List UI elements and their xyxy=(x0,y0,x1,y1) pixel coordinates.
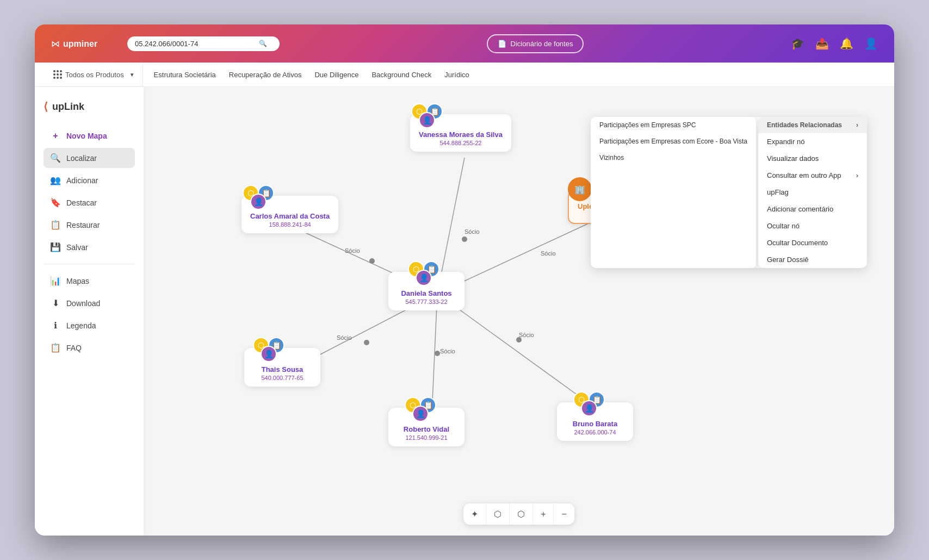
context-ocultar-no[interactable]: Ocultar nó xyxy=(758,217,867,234)
submenu-item-spc[interactable]: Participações em Empresas SPC xyxy=(591,117,756,133)
context-ocultar-doc[interactable]: Ocultar Documento xyxy=(758,234,867,251)
svg-text:Sócio: Sócio xyxy=(345,247,360,254)
carlos-doc: 158.888.241-84 xyxy=(250,221,330,228)
svg-text:upminer: upminer xyxy=(63,39,97,48)
svg-text:Sócio: Sócio xyxy=(464,228,480,235)
all-products-label: Todos os Produtos xyxy=(65,71,124,79)
context-visualizar[interactable]: Visualizar dados xyxy=(758,150,867,167)
bottom-toolbar: ✦ ⬡ ⬡ + − xyxy=(463,503,574,525)
nav-due-diligence[interactable]: Due Diligence xyxy=(314,71,358,79)
context-expandir[interactable]: Expandir nó xyxy=(758,133,867,150)
graduation-icon[interactable]: 🎓 xyxy=(791,37,804,50)
user-icon[interactable]: 👤 xyxy=(864,37,878,50)
search-input[interactable] xyxy=(135,40,255,48)
icon-person-carlos: 👤 xyxy=(250,194,267,210)
sidebar-item-adicionar[interactable]: 👥 Adicionar xyxy=(44,170,135,190)
svg-text:⋈: ⋈ xyxy=(51,39,60,48)
node-bruno[interactable]: ⬡ 📋 👤 Bruno Barata 242.066.000-74 xyxy=(557,402,633,441)
svg-point-12 xyxy=(364,340,369,345)
sidebar-item-restaurar[interactable]: 📋 Restaurar xyxy=(44,215,135,235)
roberto-name: Roberto Vidal xyxy=(397,425,456,433)
main-content: ⟨ upLink + Novo Mapa 🔍 Localizar 👥 Adici… xyxy=(35,87,894,536)
toolbar-btn-zoom-in[interactable]: + xyxy=(533,504,554,525)
sidebar-item-legenda[interactable]: ℹ Legenda xyxy=(44,315,135,335)
sidebar-item-novo-mapa[interactable]: + Novo Mapa xyxy=(44,126,135,146)
restore-icon: 📋 xyxy=(50,220,61,230)
node-vanessa[interactable]: ⬡ 📋 👤 Vanessa Moraes da Silva 544.888.25… xyxy=(410,114,511,152)
toolbar-btn-zoom-out[interactable]: − xyxy=(554,504,574,525)
bruno-name: Bruno Barata xyxy=(566,420,624,428)
nav-background[interactable]: Background Check xyxy=(371,71,431,79)
grid-icon xyxy=(53,70,62,79)
context-consultar[interactable]: Consultar em outro App › xyxy=(758,167,867,184)
context-submenu: Participações em Empresas SPC Participaç… xyxy=(591,117,756,268)
svg-point-10 xyxy=(369,258,375,264)
save-icon: 💾 xyxy=(50,242,61,252)
dicionario-button[interactable]: 📄 Dicionário de fontes xyxy=(487,34,584,53)
sidebar-item-destacar[interactable]: 🔖 Destacar xyxy=(44,192,135,213)
submenu-item-vizinhos[interactable]: Vizinhos xyxy=(591,150,756,166)
sidebar-logo-text: upLink xyxy=(52,101,84,113)
nav-bar: Todos os Produtos ▼ Estrutura Societária… xyxy=(35,63,894,87)
submenu-item-ecore[interactable]: Participações em Empresas com Ecore - Bo… xyxy=(591,133,756,150)
nav-recuperacao[interactable]: Recuperação de Ativos xyxy=(229,71,302,79)
svg-text:Sócio: Sócio xyxy=(541,250,556,257)
dicionario-icon: 📄 xyxy=(498,40,506,48)
context-menu-header: Entidades Relacionadas › xyxy=(758,117,867,133)
legend-icon: ℹ xyxy=(50,320,61,331)
browser-window: upminer ⋈ 🔍 📄 Dicionário de fontes 🎓 📤 🔔… xyxy=(35,24,894,536)
svg-text:Sócio: Sócio xyxy=(440,348,455,354)
vanessa-name-label: Vanessa Moraes da Silva 544.888.255-22 xyxy=(419,130,503,146)
icon-person-daniela: 👤 xyxy=(416,270,432,286)
upload-icon[interactable]: 📤 xyxy=(815,37,829,50)
novo-mapa-label: Novo Mapa xyxy=(66,132,107,140)
sidebar-item-mapas[interactable]: 📊 Mapas xyxy=(44,271,135,291)
toolbar-btn-layout2[interactable]: ⬡ xyxy=(510,503,533,525)
daniela-name: Daniela Santos xyxy=(397,289,456,297)
context-gerar-dossie[interactable]: Gerar Dossiê xyxy=(758,251,867,268)
search-bar[interactable]: 🔍 xyxy=(127,36,280,51)
icon-person-vanessa: 👤 xyxy=(419,112,435,128)
download-icon: ⬇ xyxy=(50,298,61,308)
nav-links: Estrutura Societária Recuperação de Ativ… xyxy=(143,71,469,79)
sidebar-item-localizar[interactable]: 🔍 Localizar xyxy=(44,148,135,168)
dicionario-label: Dicionário de fontes xyxy=(511,40,573,48)
sidebar-item-download[interactable]: ⬇ Download xyxy=(44,293,135,313)
destacar-label: Destacar xyxy=(66,198,97,207)
download-label: Download xyxy=(66,299,100,308)
highlight-icon: 🔖 xyxy=(50,197,61,208)
context-comentario[interactable]: Adicionar comentário xyxy=(758,201,867,217)
icon-person-bruno: 👤 xyxy=(581,400,597,416)
uplexis-icon: 🏢 xyxy=(568,177,592,201)
bell-icon[interactable]: 🔔 xyxy=(840,37,853,50)
node-thais[interactable]: ⬡ 📋 👤 Thais Sousa 540.000.777-65 xyxy=(244,348,320,387)
uplink-logo-icon: ⟨ xyxy=(44,100,48,113)
plus-icon: + xyxy=(50,131,61,141)
add-users-icon: 👥 xyxy=(50,175,61,185)
node-roberto[interactable]: ⬡ 📋 👤 Roberto Vidal 121.540.999-21 xyxy=(388,408,464,446)
context-consultar-label: Consultar em outro App xyxy=(767,171,841,179)
top-bar: upminer ⋈ 🔍 📄 Dicionário de fontes 🎓 📤 🔔… xyxy=(35,24,894,63)
bruno-doc: 242.066.000-74 xyxy=(566,429,624,435)
icon-person-thais: 👤 xyxy=(261,346,277,362)
graph-area: Sócio Sócio Sócio Sócio Sócio Sócio ⬡ 📋 … xyxy=(144,87,894,536)
nav-estrutura[interactable]: Estrutura Societária xyxy=(154,71,216,79)
node-carlos[interactable]: ⬡ 📋 👤 Carlos Amaral da Costa 158.888.241… xyxy=(241,196,338,233)
search-icon: 🔍 xyxy=(259,40,267,47)
context-upflag[interactable]: upFlag xyxy=(758,184,867,201)
carlos-name: Carlos Amaral da Costa xyxy=(250,212,330,220)
all-products-menu[interactable]: Todos os Produtos ▼ xyxy=(46,63,143,87)
toolbar-btn-network[interactable]: ✦ xyxy=(463,503,486,525)
nav-juridico[interactable]: Jurídico xyxy=(444,71,469,79)
svg-text:Sócio: Sócio xyxy=(337,334,352,341)
toolbar-btn-layout1[interactable]: ⬡ xyxy=(486,503,510,525)
sidebar-item-faq[interactable]: 📋 FAQ xyxy=(44,338,135,358)
svg-point-11 xyxy=(462,237,467,242)
icon-person-roberto: 👤 xyxy=(412,406,429,422)
sidebar-item-salvar[interactable]: 💾 Salvar xyxy=(44,237,135,257)
logo-svg: upminer ⋈ xyxy=(51,36,106,51)
faq-label: FAQ xyxy=(66,344,82,352)
node-daniela[interactable]: ⬡ 📋 👤 Daniela Santos 545.777.333-22 xyxy=(388,272,464,310)
sidebar-logo: ⟨ upLink xyxy=(44,100,135,113)
chevron-right-icon: › xyxy=(856,171,858,179)
